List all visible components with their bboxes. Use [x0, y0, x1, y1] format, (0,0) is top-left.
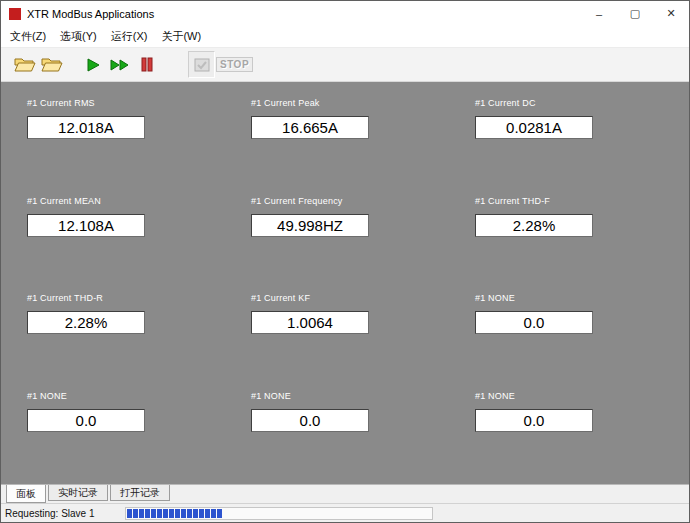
meter-value-box: 16.665A: [251, 116, 369, 139]
meter-value: 0.0: [524, 314, 545, 331]
toolbar: STOP: [1, 48, 689, 82]
meter-value: 16.665A: [282, 119, 338, 136]
meter-label: #1 Current DC: [475, 98, 689, 108]
tab-realtime-record[interactable]: 实时记录: [48, 485, 108, 501]
stop-button: STOP: [215, 51, 254, 78]
meter-label: #1 NONE: [27, 391, 241, 401]
meter-label: #1 Current RMS: [27, 98, 241, 108]
maximize-button[interactable]: ▢: [617, 1, 653, 26]
meter-value: 0.0: [300, 412, 321, 429]
meter-value: 2.28%: [65, 314, 108, 331]
stop-icon-label: STOP: [216, 57, 253, 72]
meter-value-box: 1.0064: [251, 311, 369, 334]
toolbar-separator: [174, 48, 188, 81]
minimize-button[interactable]: –: [581, 1, 617, 26]
menubar: 文件(Z) 选项(Y) 运行(X) 关于(W): [1, 26, 689, 48]
close-button[interactable]: ✕: [653, 1, 689, 26]
toolbar-separator: [160, 48, 174, 81]
meter-value-box: 0.0: [251, 409, 369, 432]
tabbar: 面板 实时记录 打开记录: [1, 484, 689, 503]
meter-label: #1 Current THD-F: [475, 196, 689, 206]
meter-cell: #1 NONE 0.0: [241, 383, 465, 481]
pause-button[interactable]: [133, 51, 160, 78]
app-window: XTR ModBus Applications – ▢ ✕ 文件(Z) 选项(Y…: [0, 0, 690, 523]
meter-value-box: 12.018A: [27, 116, 145, 139]
record-icon-disabled: [193, 57, 211, 73]
meter-value: 2.28%: [513, 217, 556, 234]
progress-segments: [127, 509, 222, 518]
window-title: XTR ModBus Applications: [27, 8, 154, 20]
window-controls: – ▢ ✕: [581, 1, 689, 26]
measurement-panel: #1 Current RMS 12.018A #1 Current Peak 1…: [1, 82, 689, 484]
open-file-button[interactable]: [11, 51, 38, 78]
run-continuous-button[interactable]: [106, 51, 133, 78]
meter-value: 49.998HZ: [277, 217, 343, 234]
meter-cell: #1 Current Frequency 49.998HZ: [241, 188, 465, 286]
meter-value-box: 0.0: [475, 409, 593, 432]
tab-panel[interactable]: 面板: [6, 485, 46, 503]
meter-label: #1 Current Peak: [251, 98, 465, 108]
meter-label: #1 Current Frequency: [251, 196, 465, 206]
open-record-button[interactable]: [38, 51, 65, 78]
meter-cell: #1 Current MEAN 12.108A: [17, 188, 241, 286]
meter-cell: #1 Current KF 1.0064: [241, 285, 465, 383]
pause-icon: [140, 57, 154, 72]
menu-run[interactable]: 运行(X): [104, 26, 155, 47]
meter-value: 0.0: [76, 412, 97, 429]
meter-label: #1 Current THD-R: [27, 293, 241, 303]
meter-value-box: 0.0: [475, 311, 593, 334]
open-folder-icon: [14, 56, 36, 73]
meter-value: 1.0064: [287, 314, 333, 331]
menu-about[interactable]: 关于(W): [154, 26, 208, 47]
meter-cell: #1 NONE 0.0: [465, 285, 689, 383]
meter-cell: #1 Current THD-R 2.28%: [17, 285, 241, 383]
titlebar: XTR ModBus Applications – ▢ ✕: [1, 1, 689, 26]
meter-cell: #1 Current THD-F 2.28%: [465, 188, 689, 286]
progress-bar: [125, 507, 433, 520]
statusbar: Requesting: Slave 1: [1, 503, 689, 522]
status-text: Requesting: Slave 1: [5, 508, 95, 519]
meter-value: 12.018A: [58, 119, 114, 136]
meter-value: 0.0281A: [506, 119, 562, 136]
app-icon: [9, 8, 21, 20]
meter-cell: #1 NONE 0.0: [465, 383, 689, 481]
open-folder-icon: [41, 56, 63, 73]
meter-label: #1 Current MEAN: [27, 196, 241, 206]
tab-open-record[interactable]: 打开记录: [110, 485, 170, 501]
meter-value: 12.108A: [58, 217, 114, 234]
meter-value-box: 49.998HZ: [251, 214, 369, 237]
meter-cell: #1 Current RMS 12.018A: [17, 90, 241, 188]
record-button: [188, 51, 215, 78]
meter-cell: #1 Current Peak 16.665A: [241, 90, 465, 188]
menu-file[interactable]: 文件(Z): [3, 26, 53, 47]
meter-label: #1 NONE: [475, 391, 689, 401]
meter-value-box: 2.28%: [27, 311, 145, 334]
menu-options[interactable]: 选项(Y): [53, 26, 104, 47]
meter-value-box: 0.0: [27, 409, 145, 432]
meter-cell: #1 Current DC 0.0281A: [465, 90, 689, 188]
fast-forward-icon: [110, 57, 129, 73]
meter-value-box: 12.108A: [27, 214, 145, 237]
meter-value-box: 2.28%: [475, 214, 593, 237]
meter-label: #1 Current KF: [251, 293, 465, 303]
meter-value-box: 0.0281A: [475, 116, 593, 139]
meter-cell: #1 NONE 0.0: [17, 383, 241, 481]
toolbar-separator: [65, 48, 79, 81]
run-button[interactable]: [79, 51, 106, 78]
play-icon: [85, 57, 101, 73]
meter-label: #1 NONE: [475, 293, 689, 303]
meter-value: 0.0: [524, 412, 545, 429]
meter-label: #1 NONE: [251, 391, 465, 401]
